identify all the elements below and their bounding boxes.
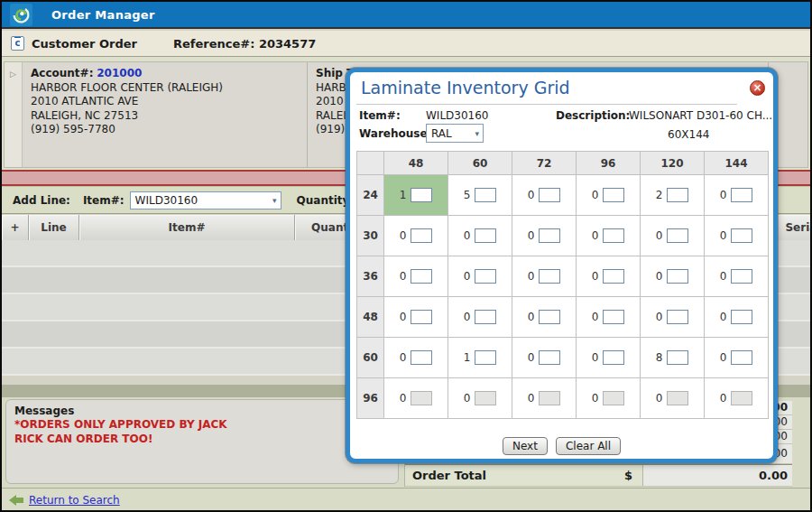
grid-qty-input xyxy=(539,391,560,405)
add-line-label: Add Line: xyxy=(13,194,70,207)
grid-available-qty: 0 xyxy=(464,311,471,323)
grid-qty-input[interactable] xyxy=(667,269,688,284)
grid-cell: 0 xyxy=(512,256,577,297)
grid-cell: 0 xyxy=(512,216,577,256)
grid-available-qty: 0 xyxy=(528,392,535,405)
item-number-combobox[interactable]: WILD30160 ▾ xyxy=(130,191,281,209)
grid-qty-input[interactable] xyxy=(603,188,624,202)
grid-row-header: 24 xyxy=(357,175,384,216)
grid-available-qty: 0 xyxy=(592,392,599,405)
warehouse-label: Warehouse: xyxy=(359,127,431,140)
grid-qty-input[interactable] xyxy=(411,188,432,202)
grid-qty-input xyxy=(667,391,688,405)
grid-column-header: 144 xyxy=(705,152,769,175)
close-icon[interactable]: × xyxy=(750,80,765,96)
grid-qty-input[interactable] xyxy=(539,188,560,202)
grid-available-qty: 0 xyxy=(528,189,535,201)
grid-available-qty: 5 xyxy=(464,189,471,201)
next-button[interactable]: Next xyxy=(503,437,548,455)
grid-cell: 0 xyxy=(705,297,769,338)
grid-available-qty: 0 xyxy=(656,392,663,405)
column-header-line: Line xyxy=(29,215,79,240)
expand-arrow-icon[interactable]: ▷ xyxy=(10,70,16,79)
grid-available-qty: 8 xyxy=(656,351,663,364)
grid-qty-input[interactable] xyxy=(539,228,560,243)
grid-row-header: 48 xyxy=(357,297,384,338)
grid-qty-input[interactable] xyxy=(667,310,688,324)
grid-column-header: 48 xyxy=(384,152,448,175)
grid-qty-input[interactable] xyxy=(475,228,496,243)
grid-cell: 0 xyxy=(641,297,705,338)
grid-qty-input[interactable] xyxy=(411,269,432,284)
grid-column-header: 120 xyxy=(641,152,705,175)
app-logo-icon xyxy=(10,4,32,26)
grid-qty-input[interactable] xyxy=(603,228,624,243)
grid-available-qty: 0 xyxy=(720,270,727,283)
grid-available-qty: 0 xyxy=(720,392,727,405)
grid-qty-input[interactable] xyxy=(731,310,752,324)
grid-available-qty: 0 xyxy=(656,229,663,242)
grid-cell: 0 xyxy=(448,297,512,338)
grid-qty-input xyxy=(731,391,752,405)
grid-available-qty: 0 xyxy=(592,189,599,201)
grid-qty-input[interactable] xyxy=(667,188,688,202)
grid-available-qty: 0 xyxy=(400,311,407,323)
billing-address-line: HARBOR FLOOR CENTER (RALEIGH) xyxy=(31,81,299,96)
grid-qty-input[interactable] xyxy=(731,269,752,284)
grid-cell: 2 xyxy=(641,175,705,216)
grid-qty-input[interactable] xyxy=(411,228,432,243)
grid-cell: 0 xyxy=(577,378,641,419)
chevron-down-icon[interactable]: ▾ xyxy=(475,129,479,138)
panel-edge: ▷ xyxy=(5,62,23,167)
grid-qty-input[interactable] xyxy=(667,228,688,243)
grid-cell: 0 xyxy=(705,175,769,216)
grid-cell: 0 xyxy=(705,378,769,419)
account-label: Account#: xyxy=(31,67,93,79)
grid-available-qty: 0 xyxy=(464,270,471,283)
grid-qty-input[interactable] xyxy=(411,350,432,365)
grid-qty-input[interactable] xyxy=(475,188,496,202)
clear-all-button[interactable]: Clear All xyxy=(556,437,621,455)
grid-available-qty: 0 xyxy=(720,189,727,201)
dialog-separator xyxy=(356,104,737,105)
grid-qty-input[interactable] xyxy=(603,310,624,324)
item-number-label: Item#: xyxy=(83,194,125,207)
grid-available-qty: 0 xyxy=(400,392,407,405)
grid-qty-input[interactable] xyxy=(475,310,496,324)
grid-qty-input[interactable] xyxy=(731,188,752,202)
grid-cell: 0 xyxy=(577,338,641,378)
grid-available-qty: 2 xyxy=(656,189,663,201)
grid-qty-input[interactable] xyxy=(603,269,624,284)
billing-address-block: Account#: 201000 HARBOR FLOOR CENTER (RA… xyxy=(23,62,308,167)
warehouse-select[interactable]: RAL ▾ xyxy=(426,124,484,143)
grid-qty-input[interactable] xyxy=(475,350,496,365)
dialog-description-value: WILSONART D301-60 CH... xyxy=(629,109,772,122)
footer-bar: Return to Search Complete Order Cancel O… xyxy=(2,488,810,510)
grid-cell: 0 xyxy=(641,216,705,256)
grid-cell: 8 xyxy=(641,338,705,378)
grid-qty-input[interactable] xyxy=(731,350,752,365)
grid-cell: 0 xyxy=(448,256,512,297)
grid-qty-input[interactable] xyxy=(411,310,432,324)
grid-available-qty: 0 xyxy=(464,229,471,242)
chevron-down-icon[interactable]: ▾ xyxy=(272,196,277,205)
grid-available-qty: 0 xyxy=(592,311,599,323)
account-number-link[interactable]: 201000 xyxy=(97,67,142,79)
add-row-button[interactable]: + xyxy=(2,215,29,240)
grid-qty-input[interactable] xyxy=(667,350,688,365)
grid-qty-input[interactable] xyxy=(731,228,752,243)
grid-available-qty: 0 xyxy=(656,311,663,323)
grid-available-qty: 0 xyxy=(528,311,535,323)
grid-qty-input[interactable] xyxy=(475,269,496,284)
grid-cell: 5 xyxy=(448,175,512,216)
grid-cell: 0 xyxy=(512,175,577,216)
grid-qty-input[interactable] xyxy=(539,269,560,284)
page-title: Customer Order xyxy=(32,37,137,51)
grid-cell: 1 xyxy=(384,175,448,216)
customer-order-icon: c xyxy=(11,36,24,51)
grid-qty-input[interactable] xyxy=(539,310,560,324)
grid-qty-input[interactable] xyxy=(539,350,560,365)
inventory-grid: 48607296120144 2415002030000000360000004… xyxy=(356,151,769,419)
return-to-search-link[interactable]: Return to Search xyxy=(29,494,120,507)
grid-qty-input[interactable] xyxy=(603,350,624,365)
